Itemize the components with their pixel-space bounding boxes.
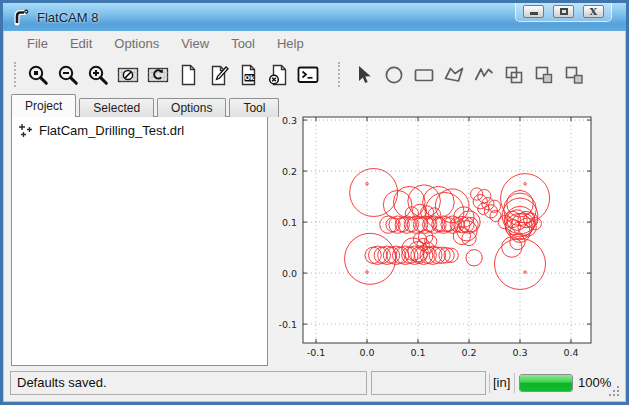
svg-text:-0.1: -0.1 xyxy=(278,319,297,330)
menu-file[interactable]: File xyxy=(16,33,59,54)
new-geometry-button[interactable] xyxy=(173,60,203,89)
shell-toggle-button[interactable] xyxy=(293,60,323,89)
status-bar: Defaults saved. [in] 100% xyxy=(6,367,623,399)
delete-file-icon xyxy=(266,63,290,87)
replot-icon xyxy=(146,63,170,87)
polygon-shape-icon xyxy=(442,63,466,87)
drill-icon xyxy=(18,123,33,138)
minimize-button[interactable] xyxy=(523,5,544,18)
tool-bar: Ok xyxy=(6,56,623,93)
main-toolbar-group: Ok xyxy=(23,60,323,89)
polygon-subtraction-button[interactable] xyxy=(559,60,589,89)
shell-icon xyxy=(296,63,320,87)
zoom-fit-button[interactable] xyxy=(23,60,53,89)
path-polyline-icon xyxy=(472,63,496,87)
zoom-in-icon xyxy=(86,63,110,87)
union-squares-icon xyxy=(502,63,526,87)
svg-text:0.1: 0.1 xyxy=(282,217,297,228)
tab-selected[interactable]: Selected xyxy=(79,98,154,117)
plot-canvas[interactable]: -0.10.00.10.20.30.4-0.10.00.10.20.3 xyxy=(269,95,621,371)
replot-button[interactable] xyxy=(143,60,173,89)
draw-toolbar-drag-handle[interactable] xyxy=(338,62,341,87)
ok-file-icon: Ok xyxy=(236,63,260,87)
status-divider xyxy=(514,373,515,393)
units-label: [in] xyxy=(493,371,510,395)
flatcam-window: FlatCAM 8 X File Edit Options View Tool … xyxy=(0,0,629,405)
close-button[interactable]: X xyxy=(583,5,604,18)
add-circle-button[interactable] xyxy=(379,60,409,89)
svg-text:0.1: 0.1 xyxy=(410,347,425,358)
svg-text:Ok: Ok xyxy=(245,74,256,82)
select-tool-button[interactable] xyxy=(349,60,379,89)
tree-item-label: FlatCam_Drilling_Test.drl xyxy=(39,123,184,138)
polygon-union-button[interactable] xyxy=(499,60,529,89)
progress-fill xyxy=(520,375,572,391)
edit-file-icon xyxy=(206,63,230,87)
svg-text:0.2: 0.2 xyxy=(282,166,297,177)
maximize-icon xyxy=(560,8,568,15)
tab-project[interactable]: Project xyxy=(11,94,76,117)
minimize-icon xyxy=(530,12,538,15)
resize-grip[interactable] xyxy=(608,385,620,397)
status-message: Defaults saved. xyxy=(10,371,367,395)
zoom-out-icon xyxy=(56,63,80,87)
menu-help[interactable]: Help xyxy=(266,33,315,54)
project-tree-panel[interactable]: FlatCam_Drilling_Test.drl xyxy=(11,116,268,366)
clear-plot-icon xyxy=(116,63,140,87)
svg-text:-0.1: -0.1 xyxy=(307,347,326,358)
cursor-arrow-icon xyxy=(352,63,376,87)
rectangle-shape-icon xyxy=(412,63,436,87)
svg-text:0.0: 0.0 xyxy=(359,347,374,358)
add-rectangle-button[interactable] xyxy=(409,60,439,89)
maximize-button[interactable] xyxy=(553,5,574,18)
menu-options[interactable]: Options xyxy=(103,33,170,54)
menu-bar: File Edit Options View Tool Help xyxy=(6,31,623,56)
zoom-out-button[interactable] xyxy=(53,60,83,89)
add-path-button[interactable] xyxy=(469,60,499,89)
draw-toolbar-group xyxy=(349,60,589,89)
status-secondary xyxy=(371,371,486,395)
toolbar-drag-handle[interactable] xyxy=(14,62,17,87)
new-file-icon xyxy=(176,63,200,87)
flatcam-logo-icon xyxy=(12,8,30,26)
clear-plot-button[interactable] xyxy=(113,60,143,89)
svg-text:0.0: 0.0 xyxy=(282,268,297,279)
subtraction-squares-icon xyxy=(562,63,586,87)
left-panel-tabs: Project Selected Options Tool xyxy=(11,94,282,117)
title-bar[interactable]: FlatCAM 8 X xyxy=(3,3,626,31)
svg-text:0.2: 0.2 xyxy=(461,347,476,358)
delete-object-button[interactable] xyxy=(263,60,293,89)
window-title: FlatCAM 8 xyxy=(37,10,98,25)
status-divider xyxy=(489,373,490,393)
svg-text:0.3: 0.3 xyxy=(282,115,297,126)
progress-percent-label: 100% xyxy=(578,371,611,395)
close-icon: X xyxy=(590,7,598,17)
tab-options[interactable]: Options xyxy=(157,98,226,117)
circle-shape-icon xyxy=(382,63,406,87)
add-polygon-button[interactable] xyxy=(439,60,469,89)
zoom-in-button[interactable] xyxy=(83,60,113,89)
menu-edit[interactable]: Edit xyxy=(59,33,103,54)
svg-text:0.4: 0.4 xyxy=(563,347,578,358)
plot-figure: -0.10.00.10.20.30.4-0.10.00.10.20.3 xyxy=(269,95,621,371)
menu-view[interactable]: View xyxy=(170,33,220,54)
menu-tool[interactable]: Tool xyxy=(220,33,266,54)
tree-item-drill-file[interactable]: FlatCam_Drilling_Test.drl xyxy=(16,122,263,139)
save-editor-button[interactable]: Ok xyxy=(233,60,263,89)
polygon-intersection-button[interactable] xyxy=(529,60,559,89)
zoom-fit-icon xyxy=(26,63,50,87)
progress-bar xyxy=(519,374,573,392)
tab-tool[interactable]: Tool xyxy=(229,98,279,117)
window-controls: X xyxy=(515,3,612,22)
svg-text:0.3: 0.3 xyxy=(512,347,527,358)
intersection-squares-icon xyxy=(532,63,556,87)
editor-button[interactable] xyxy=(203,60,233,89)
